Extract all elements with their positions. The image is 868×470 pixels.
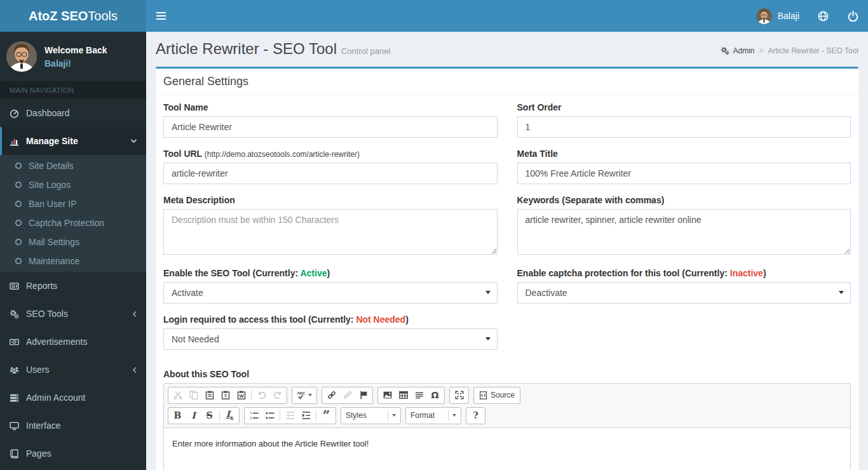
app-logo[interactable]: AtoZ SEOTools xyxy=(0,0,146,32)
login-label-suffix: ) xyxy=(405,314,409,325)
source-button[interactable]: Source xyxy=(475,388,519,403)
redo-button[interactable] xyxy=(269,388,285,403)
login-label-prefix: Login required to access this tool (Curr… xyxy=(163,314,356,325)
sidebar-toggle-button[interactable] xyxy=(146,0,175,32)
captcha-group: Enable captcha protection for this tool … xyxy=(517,268,851,304)
tool-name-input[interactable] xyxy=(163,116,498,138)
sidebar-user-name: Balaji! xyxy=(44,58,107,69)
bar-chart-icon xyxy=(10,137,26,146)
paste-from-word-button[interactable]: W xyxy=(233,388,249,403)
sidebar-item-manage-site[interactable]: Manage Site xyxy=(0,127,146,155)
sidebar-subitem-ban-user-ip[interactable]: Ban User IP xyxy=(0,194,146,213)
sidebar-item-users[interactable]: Users xyxy=(0,356,146,384)
chevron-left-icon xyxy=(132,311,137,318)
italic-button[interactable]: I xyxy=(186,408,201,423)
omega-glyph: Ω xyxy=(431,390,439,400)
editor-content-area[interactable]: Enter more information about the Article… xyxy=(164,428,850,470)
remove-format-glyph: Ix xyxy=(226,410,234,421)
breadcrumb: Admin > Article Rewriter - SEO Tool xyxy=(721,46,858,55)
styles-dropdown[interactable]: Styles xyxy=(341,407,401,424)
maximize-button[interactable] xyxy=(451,388,467,403)
format-dropdown[interactable]: Format xyxy=(405,407,461,424)
sidebar-item-advertisements[interactable]: Advertisements xyxy=(0,328,146,356)
editor-toolbar: T W ABC xyxy=(164,384,850,428)
sidebar-item-label: Manage Site xyxy=(26,136,78,146)
top-navbar: AtoZ SEOTools xyxy=(0,0,868,32)
insert-table-button[interactable] xyxy=(395,388,411,403)
special-character-button[interactable]: Ω xyxy=(427,388,443,403)
breadcrumb-admin-link[interactable]: Admin xyxy=(721,46,754,55)
sidebar-item-admin-account[interactable]: Admin Account xyxy=(0,384,146,412)
undo-button[interactable] xyxy=(254,388,269,403)
meta-title-input[interactable] xyxy=(517,163,851,184)
enable-tool-status: Active xyxy=(300,268,327,278)
svg-text:2: 2 xyxy=(250,416,252,420)
enable-tool-label-prefix: Enable the SEO Tool (Currently: xyxy=(163,268,300,278)
keywords-textarea[interactable]: article rewriter, spinner, article rewri… xyxy=(517,209,851,255)
link-button[interactable] xyxy=(323,388,339,403)
sidebar-item-dashboard[interactable]: Dashboard xyxy=(0,99,146,127)
sidebar-subitem-maintenance[interactable]: Maintenance xyxy=(0,252,146,271)
unlink-button[interactable] xyxy=(339,388,355,403)
sidebar-subitem-label: Mail Settings xyxy=(29,237,79,247)
breadcrumb-root-label: Admin xyxy=(733,46,754,55)
cut-button[interactable] xyxy=(170,388,186,403)
insert-image-button[interactable] xyxy=(379,388,395,403)
keywords-group: Keywords (Separate with commas) article … xyxy=(517,195,851,257)
navbar-right: Balaji xyxy=(747,0,868,32)
page-title: Article Rewriter - SEO ToolControl panel xyxy=(156,40,390,58)
paste-plain-text-button[interactable]: T xyxy=(217,388,233,403)
login-required-select[interactable]: Not Needed xyxy=(163,328,498,350)
svg-text:1: 1 xyxy=(250,412,252,415)
help-glyph: ? xyxy=(473,411,478,420)
bold-button[interactable]: B xyxy=(170,408,186,423)
captcha-label-prefix: Enable captcha protection for this tool … xyxy=(517,268,730,278)
sidebar-subitem-label: Site Logos xyxy=(29,180,71,190)
italic-glyph: I xyxy=(191,411,196,420)
breadcrumb-current: Article Rewriter - SEO Tool xyxy=(768,46,858,55)
sidebar-subitem-site-logos[interactable]: Site Logos xyxy=(0,175,146,194)
sidebar-item-pages[interactable]: Pages xyxy=(0,440,146,467)
meta-title-label: Meta Title xyxy=(517,149,851,159)
blockquote-button[interactable]: ” xyxy=(318,408,334,423)
panel-title: General Settings xyxy=(156,69,858,95)
select-caret-icon xyxy=(839,291,844,294)
sidebar-subitem-site-details[interactable]: Site Details xyxy=(0,156,146,175)
sidebar-item-reports[interactable]: Reports xyxy=(0,272,146,300)
enable-tool-select[interactable]: Activate xyxy=(163,282,498,304)
remove-format-button[interactable]: Ix xyxy=(222,408,238,423)
decrease-indent-button[interactable] xyxy=(282,408,298,423)
numbered-list-button[interactable]: 12 xyxy=(246,408,262,423)
sidebar: Welcome Back Balaji! MAIN NAVIGATION Das… xyxy=(0,32,146,470)
sort-order-label: Sort Order xyxy=(517,102,851,112)
tool-url-input[interactable] xyxy=(163,163,498,184)
captcha-select[interactable]: Deactivate xyxy=(517,282,851,304)
paste-button[interactable] xyxy=(201,388,217,403)
sidebar-item-seo-tools[interactable]: SEO Tools xyxy=(0,300,146,328)
logout-button[interactable] xyxy=(838,0,868,32)
dropdown-caret-icon xyxy=(308,394,312,396)
about-label-group: About this SEO Tool xyxy=(163,369,851,379)
bullet-list-button[interactable] xyxy=(262,408,278,423)
about-editor-button[interactable]: ? xyxy=(468,408,484,423)
anchor-button[interactable] xyxy=(355,388,371,403)
login-required-label: Login required to access this tool (Curr… xyxy=(163,314,498,325)
sidebar-item-label: Dashboard xyxy=(26,108,70,118)
sidebar-subitem-mail-settings[interactable]: Mail Settings xyxy=(0,232,146,252)
copy-button[interactable] xyxy=(186,388,201,403)
enable-tool-label: Enable the SEO Tool (Currently: Active) xyxy=(163,268,498,278)
sidebar-item-label: Reports xyxy=(26,281,57,291)
sidebar-subitem-captcha-protection[interactable]: Captcha Protection xyxy=(0,213,146,232)
user-menu-button[interactable]: Balaji xyxy=(747,0,808,32)
increase-indent-button[interactable] xyxy=(298,408,314,423)
strikethrough-button[interactable]: S xyxy=(201,408,217,423)
horizontal-rule-button[interactable] xyxy=(411,388,427,403)
spell-check-button[interactable]: ABC xyxy=(294,388,315,403)
meta-description-textarea[interactable] xyxy=(163,209,498,255)
page-title-text: Article Rewriter - SEO Tool xyxy=(156,40,337,57)
enable-tool-group: Enable the SEO Tool (Currently: Active) … xyxy=(163,268,498,304)
language-button[interactable] xyxy=(808,0,838,32)
sidebar-item-interface[interactable]: Interface xyxy=(0,412,146,440)
login-status: Not Needed xyxy=(356,314,405,325)
sort-order-input[interactable] xyxy=(517,116,851,138)
